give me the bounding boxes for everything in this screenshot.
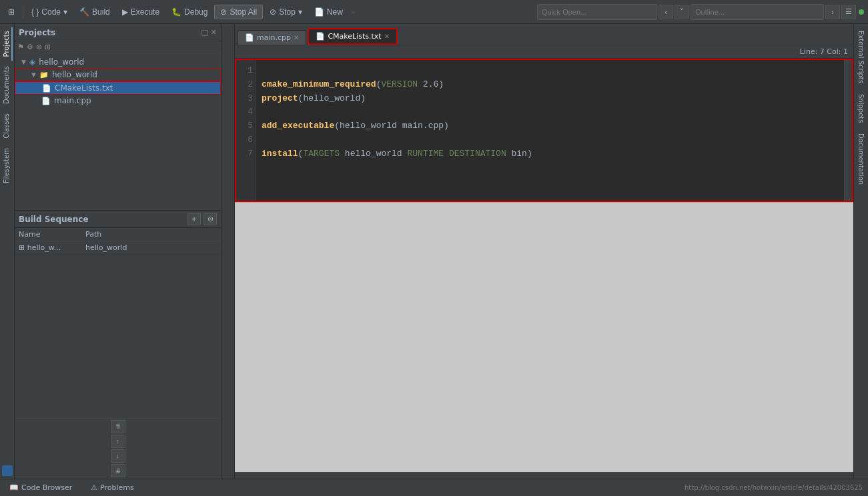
tree-item-project-root[interactable]: ▼ ◈ hello_world	[15, 56, 221, 68]
file-icon-maincpp: 📄	[41, 97, 51, 105]
classes-vtab[interactable]: Classes	[1, 109, 13, 143]
resize-arrows-panel	[222, 24, 235, 479]
project-icon: ◈	[29, 57, 35, 67]
code-menu-button[interactable]: { } Code ▾	[26, 5, 73, 19]
projects-panel-title: Projects	[19, 28, 198, 37]
debug-icon: 🐛	[171, 7, 181, 17]
build-scroll-arrows: ⇈ ↑ ↓ ⇊	[15, 418, 221, 479]
folder-label: hello_world	[52, 70, 97, 79]
build-panel-title: Build Sequence	[19, 215, 185, 224]
line-numbers: 1234567	[236, 60, 256, 201]
nav-back-button[interactable]: ‹	[659, 5, 673, 19]
snippets-vtab[interactable]: Snippets	[856, 90, 866, 127]
tree-arrow-root: ▼	[21, 59, 26, 65]
right-panel: External Scripts Snippets Documentation	[853, 24, 868, 479]
build-table: Name Path ⊞ hello_w... hello_world	[15, 228, 221, 255]
build-table-container: Name Path ⊞ hello_w... hello_world	[15, 228, 221, 418]
status-url: http://blog.csdn.net/hotwxin/article/det…	[685, 484, 863, 491]
project-root-label: hello_world	[39, 57, 84, 67]
folder-icon: 📁	[39, 71, 49, 79]
execute-button[interactable]: ▶ Execute	[117, 5, 165, 19]
build-add-button[interactable]: +	[187, 213, 201, 225]
sidebar-toggle-btn[interactable]: □	[201, 28, 207, 37]
code-browser-tab[interactable]: 📖 Code Browser	[5, 482, 76, 493]
file-icon-cmakelists: 📄	[42, 84, 51, 93]
tab-icon-cmake: 📄	[316, 32, 325, 41]
tab-close-main[interactable]: ✕	[294, 34, 299, 41]
editor-tab-bar: 📄 main.cpp ✕ 📄 CMakeLists.txt ✕	[235, 24, 853, 45]
debug-label: Debug	[184, 7, 207, 17]
col-header-path: Path	[81, 228, 221, 241]
stop-all-icon: ⊘	[220, 7, 227, 17]
problems-tab[interactable]: ⚠ Problems	[87, 482, 138, 493]
build-row[interactable]: ⊞ hello_w... hello_world	[15, 241, 221, 255]
code-editor-top: 1234567 cmake_minimum_required(VERSION 2…	[235, 59, 853, 202]
build-icon: 🔨	[79, 7, 89, 17]
nav-fwd-dropdown-button[interactable]: ˅	[675, 5, 689, 19]
stop-all-label: Stop All	[230, 7, 257, 17]
build-label: Build	[92, 7, 110, 17]
build-button[interactable]: 🔨 Build	[74, 5, 115, 19]
editor-status-bar: Line: 7 Col: 1	[235, 45, 853, 59]
build-sequence-panel: Build Sequence + ⊖ Name Path ⊞ hello_w..…	[15, 211, 221, 479]
outline-input[interactable]	[691, 4, 824, 20]
projects-panel-header: Projects □ ✕	[15, 24, 221, 41]
vertical-scrollbar[interactable]	[844, 60, 852, 201]
stop-button[interactable]: ⊘ Stop ▾	[264, 5, 308, 19]
projects-settings-icon[interactable]: ⚙	[27, 43, 33, 51]
build-row-name: ⊞ hello_w...	[15, 241, 81, 255]
sidebar-close-btn[interactable]: ✕	[211, 28, 217, 37]
editor-split: 1234567 cmake_minimum_required(VERSION 2…	[235, 59, 853, 472]
scroll-down-button[interactable]: ↓	[111, 449, 125, 463]
tree-item-cmakelists[interactable]: 📄 CMakeLists.txt	[15, 81, 221, 95]
quick-open-input[interactable]	[537, 4, 657, 20]
documentation-vtab[interactable]: Documentation	[856, 129, 866, 189]
nav-forward-button[interactable]: ›	[825, 5, 840, 19]
maincpp-label: main.cpp	[54, 96, 91, 105]
new-label: New	[327, 7, 343, 17]
cmakelists-label: CMakeLists.txt	[55, 83, 113, 93]
build-remove-button[interactable]: ⊖	[203, 213, 217, 225]
scroll-top-button[interactable]: ⇈	[111, 420, 125, 433]
tree-item-folder[interactable]: ▼ 📁 hello_world	[15, 68, 221, 81]
debug-button[interactable]: 🐛 Debug	[166, 5, 213, 19]
tree-item-maincpp[interactable]: 📄 main.cpp	[15, 95, 221, 107]
filesystem-vtab[interactable]: Filesystem	[1, 144, 13, 187]
nav-menu-button[interactable]: ☰	[841, 5, 856, 19]
new-icon: 📄	[314, 7, 324, 17]
problems-label: Problems	[100, 483, 134, 492]
line-col-status: Line: 7 Col: 1	[800, 47, 848, 56]
projects-grid-icon[interactable]: ⊞	[45, 43, 51, 51]
col-header-name: Name	[15, 228, 81, 241]
code-content[interactable]: cmake_minimum_required(VERSION 2.6) proj…	[256, 60, 844, 202]
documents-vtab[interactable]: Documents	[1, 62, 13, 108]
stop-chevron-icon: ▾	[298, 7, 302, 17]
left-tab-bar: Projects Documents Classes Filesystem	[0, 24, 15, 479]
code-editor-bottom	[235, 202, 853, 472]
stop-icon: ⊘	[270, 7, 276, 17]
main-area: Projects Documents Classes Filesystem Pr…	[0, 24, 868, 479]
stop-all-button[interactable]: ⊘ Stop All	[214, 5, 263, 19]
tab-icon-main: 📄	[245, 33, 254, 42]
tab-main-cpp[interactable]: 📄 main.cpp ✕	[238, 30, 306, 45]
grid-menu-button[interactable]: ⊞	[3, 5, 20, 19]
code-label: Code	[41, 7, 61, 17]
projects-panel: Projects □ ✕ ⚑ ⚙ ⊕ ⊞ ▼ ◈ hello_world	[15, 24, 221, 211]
new-button[interactable]: 📄 New	[309, 5, 348, 19]
code-browser-label: Code Browser	[21, 483, 72, 492]
tab-cmakelists[interactable]: 📄 CMakeLists.txt ✕	[308, 28, 398, 45]
project-tree: ▼ ◈ hello_world ▼ 📁 hello_world 📄 CMakeL…	[15, 53, 221, 211]
toolbar: ⊞ { } Code ▾ 🔨 Build ▶ Execute 🐛 Debug ⊘…	[0, 0, 868, 24]
editor-area: 📄 main.cpp ✕ 📄 CMakeLists.txt ✕ Line: 7 …	[235, 24, 853, 479]
projects-add-icon[interactable]: ⊕	[36, 43, 42, 51]
bottom-status-bar: 📖 Code Browser ⚠ Problems http://blog.cs…	[0, 479, 868, 496]
stop-label: Stop	[279, 7, 296, 17]
projects-bookmark-icon[interactable]: ⚑	[17, 43, 24, 51]
external-scripts-vtab[interactable]: External Scripts	[856, 27, 866, 87]
projects-vtab[interactable]: Projects	[1, 27, 13, 61]
scroll-bottom-button[interactable]: ⇊	[111, 464, 125, 477]
tab-close-cmake[interactable]: ✕	[384, 33, 390, 40]
horizontal-scrollbar[interactable]	[235, 472, 853, 479]
filesystem-icon[interactable]	[2, 465, 13, 476]
scroll-up-button[interactable]: ↑	[111, 435, 125, 448]
